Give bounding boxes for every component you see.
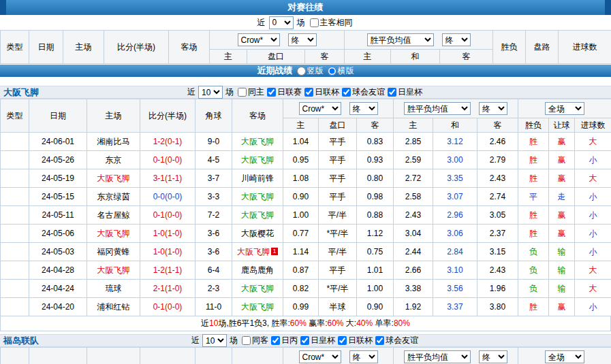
league-badge: 日职联	[1, 261, 29, 280]
filter-option[interactable]: 日皇杯	[388, 86, 422, 98]
handicap-line: 平手	[319, 151, 357, 169]
col-home: 主场	[63, 31, 104, 64]
bookmaker-select[interactable]: Crow*	[299, 102, 341, 115]
fullgame-select[interactable]: 全场	[545, 102, 584, 115]
col-corners: 角球	[195, 99, 232, 133]
near-label: 近	[191, 335, 200, 346]
filter-checkbox-label: 日联杯	[348, 335, 373, 346]
league-badge: 日职联	[1, 298, 29, 316]
result-badge: 胜	[518, 206, 549, 225]
match-date: 24-05-06	[29, 225, 87, 243]
corner-score: 11-0	[195, 298, 232, 316]
avg-win-odds: 2.58	[394, 188, 433, 206]
home-team: 东京绿茵	[87, 188, 140, 206]
same-side-option[interactable]: 主客相同	[310, 17, 353, 29]
final-odds-select[interactable]: 终	[479, 102, 507, 115]
goals-result-badge: 小	[575, 298, 611, 316]
corner-score: 7-2	[195, 206, 232, 225]
handicap-odds-away: 0.98	[357, 188, 394, 206]
filter-option[interactable]: 同客	[242, 335, 268, 346]
recent-results-bar: 近期战绩 竖版 横版	[0, 65, 611, 77]
bookmaker-select[interactable]: Crow*	[238, 33, 280, 46]
team2-header-row-1: Crow* 终 胜平负均值 终	[1, 348, 611, 364]
league-badge: 日职联	[1, 133, 29, 151]
filter-option[interactable]: 球会友谊	[342, 86, 385, 98]
filter-checkbox[interactable]	[375, 336, 384, 345]
horizontal-radio[interactable]	[328, 67, 336, 76]
col-away: 客场	[232, 99, 283, 133]
filter-option[interactable]: 同主	[238, 86, 264, 98]
final-odds-select[interactable]: 终	[442, 33, 471, 46]
goals-result-badge: 小	[575, 188, 611, 206]
filter-checkbox[interactable]	[267, 88, 276, 97]
avg-odds-select[interactable]: 胜平负均值	[404, 102, 471, 115]
header-cell-empty	[195, 348, 232, 364]
score-halftime: 2-1(1-0)	[140, 280, 195, 298]
score-halftime: 1-0(1-0)	[140, 243, 195, 261]
handicap-line: 平手	[319, 188, 357, 206]
filter-option[interactable]: 日联赛	[267, 86, 302, 98]
filter-option[interactable]: 日联杯	[304, 86, 339, 98]
summary-segment: 80%	[394, 318, 410, 328]
page-title: 对赛往绩	[288, 2, 324, 12]
filter-option[interactable]: 日丙	[271, 335, 298, 346]
match-date: 24-04-24	[29, 280, 87, 298]
handicap-odds-home: 1.04	[283, 133, 319, 151]
avg-draw-odds: 3.06	[433, 225, 477, 243]
filter-option[interactable]: 日皇杯	[300, 335, 335, 346]
final-odds-select[interactable]: 终	[349, 102, 378, 115]
match-date: 24-06-01	[29, 133, 87, 151]
filter-checkbox[interactable]	[238, 88, 247, 97]
vertical-radio[interactable]	[297, 67, 306, 76]
team2-count-select[interactable]: 10	[202, 334, 227, 347]
avg-odds-select[interactable]: 胜平负均值	[404, 350, 471, 363]
vertical-layout-option[interactable]: 竖版	[297, 65, 324, 77]
col-score: 比分(半场)	[140, 99, 195, 133]
away-team: 川崎前锋	[232, 169, 283, 188]
match-date: 24-05-19	[29, 169, 87, 188]
avg-odds-select[interactable]: 胜平负均值	[367, 33, 434, 46]
avg-win-odds: 1.92	[394, 298, 433, 316]
h2h-count-select[interactable]: 0	[269, 16, 294, 29]
filter-checkbox[interactable]	[271, 336, 280, 345]
corner-score: 3-6	[195, 243, 232, 261]
col-away: 客场	[169, 31, 210, 64]
final-odds-select[interactable]: 终	[288, 33, 317, 46]
home-team: 湘南比马	[87, 133, 140, 151]
avg-draw-odds: 2.96	[433, 206, 477, 225]
filter-checkbox[interactable]	[342, 88, 351, 97]
handicap-result-badge: 输	[549, 243, 575, 261]
team1-filter-checkboxes: 同主日联赛日联杯球会友谊日皇杯	[236, 86, 424, 99]
corner-score: 6-4	[195, 261, 232, 280]
col-type: 类型	[1, 99, 29, 133]
final-odds-select[interactable]: 终	[349, 350, 378, 363]
corner-score: 3-6	[195, 225, 232, 243]
filter-checkbox[interactable]	[388, 88, 396, 97]
filter-checkbox[interactable]	[300, 336, 309, 345]
same-side-checkbox[interactable]	[310, 18, 319, 27]
handicap-line: *平/半	[319, 225, 357, 243]
filter-option[interactable]: 球会友谊	[375, 335, 418, 346]
final-odds-select[interactable]: 终	[479, 350, 507, 363]
sub-col-win: 主	[345, 50, 391, 64]
avg-lose-odds: 2.46	[477, 133, 518, 151]
filter-option[interactable]: 日联杯	[338, 335, 373, 346]
match-row: 日职联24-04-20浦和红钻0-1(0-0)11-0大阪飞脚0.99半球0.9…	[1, 298, 611, 316]
avg-lose-odds: 3.05	[477, 206, 518, 225]
match-row: 日职联24-06-01湘南比马1-2(0-1)9-0大阪飞脚1.04平手0.83…	[1, 133, 611, 151]
avg-lose-odds: 2.43	[477, 169, 518, 188]
team2-name-link[interactable]: 福岛联队	[3, 335, 39, 347]
goals-result-badge: 小	[575, 206, 611, 225]
bookmaker-select[interactable]: Crow*	[299, 350, 341, 363]
team1-count-select[interactable]: 10	[198, 86, 223, 99]
fullgame-select[interactable]: 全场	[545, 350, 584, 363]
filter-checkbox[interactable]	[304, 88, 313, 97]
filter-checkbox[interactable]	[242, 336, 251, 345]
filter-checkbox[interactable]	[338, 336, 347, 345]
horizontal-layout-option[interactable]: 横版	[328, 65, 354, 77]
red-card-badge: 1	[271, 248, 278, 255]
away-team: 大阪飞脚	[232, 188, 283, 206]
match-row: 日职联24-05-03福冈黄蜂1-0(1-0)3-6大阪飞脚11.14平/半0.…	[1, 243, 611, 261]
sub-col-draw: 和	[391, 50, 440, 64]
team1-name-link[interactable]: 大阪飞脚	[3, 86, 39, 99]
